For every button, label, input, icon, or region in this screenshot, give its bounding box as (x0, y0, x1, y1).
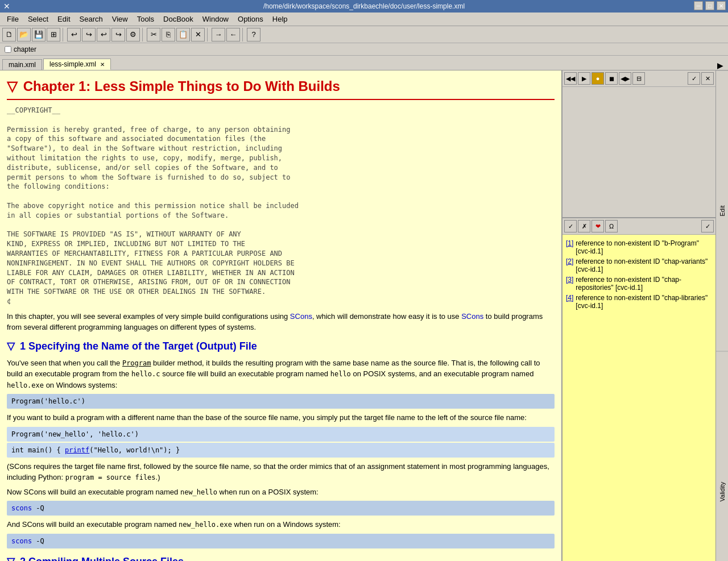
redo-button[interactable]: ↪ (82, 28, 96, 41)
macro-button[interactable]: ⚙ (126, 28, 140, 41)
menu-select[interactable]: Select (23, 14, 53, 24)
maximize-button[interactable]: □ (705, 1, 714, 10)
section2-collapse-arrow[interactable]: ▽ (7, 556, 15, 561)
redo2-button[interactable]: ↪ (111, 28, 125, 41)
copyright-line-12: KIND, EXPRESS OR IMPLIED, INCLUDING BUT … (7, 239, 555, 249)
menu-file[interactable]: File (2, 14, 23, 24)
copyright-line-10: in all copies or substantial portions of… (7, 211, 555, 221)
rt-btn-3[interactable]: ● (592, 72, 604, 85)
app-icon: ✕ (3, 2, 10, 11)
val-num-3[interactable]: [3] (566, 276, 573, 284)
val-check-btn[interactable]: ✓ (701, 220, 714, 232)
menu-docbook[interactable]: DocBook (159, 14, 198, 24)
val-text-3: reference to non-existent ID "chap-repos… (576, 276, 712, 292)
indent-button[interactable]: → (212, 28, 225, 41)
breadcrumb-bar: chapter (0, 43, 728, 56)
title-text: /home/dirk/workspace/scons_dirkbaechle/d… (263, 2, 465, 10)
val-num-4[interactable]: [4] (566, 294, 573, 302)
int-keyword: int (11, 446, 24, 454)
outdent-button[interactable]: ← (226, 28, 240, 41)
copyright-line-11: THE SOFTWARE IS PROVIDED "AS IS", WITHOU… (7, 230, 555, 239)
val-text-1: reference to non-existent ID "b-Program"… (576, 239, 712, 255)
menu-options[interactable]: Options (233, 14, 268, 24)
right-edit-area: ◀◀ ▶ ● ◼ ◀▶ ⊟ ✓ ✕ (562, 70, 715, 218)
copy-button[interactable]: ⎘ (162, 28, 175, 41)
rt-check-btn[interactable]: ✓ (688, 72, 700, 85)
validity-label: Validity (716, 351, 728, 562)
menu-help[interactable]: Help (268, 14, 292, 24)
content-area: ▽ Chapter 1: Less Simple Things to Do Wi… (0, 70, 728, 561)
val-item-1: [1] reference to non-existent ID "b-Prog… (566, 238, 712, 256)
val-text-2: reference to non-existent ID "chap-varia… (576, 257, 712, 273)
edit-label: Edit (716, 70, 728, 351)
right-panel: ◀◀ ▶ ● ◼ ◀▶ ⊟ ✓ ✕ ✓ ✗ ❤ Ω ✓ (562, 70, 715, 561)
validity-label-text: Validity (719, 481, 726, 501)
save-all-button[interactable]: ⊞ (47, 28, 60, 41)
close-button[interactable]: ✕ (717, 1, 726, 10)
breadcrumb-checkbox[interactable] (5, 46, 11, 53)
link-scons-1[interactable]: SCons (290, 312, 312, 321)
copyright-line-7: permit persons to whom the Software is f… (7, 173, 555, 182)
link-scons-2[interactable]: SCons (461, 312, 483, 321)
separator-4 (242, 28, 245, 41)
menu-tools[interactable]: Tools (133, 14, 159, 24)
help-button[interactable]: ? (247, 28, 260, 41)
copyright-line-1: __COPYRIGHT__ (7, 106, 555, 115)
chapter-title: ▽ Chapter 1: Less Simple Things to Do Wi… (7, 76, 555, 100)
val-num-1[interactable]: [1] (566, 239, 573, 247)
scons-q-2: -Q (36, 537, 44, 545)
rt-btn-5[interactable]: ◀▶ (619, 72, 631, 85)
copyright-line-4: "Software"), to deal in the Software wit… (7, 144, 555, 153)
val-btn-3[interactable]: ❤ (592, 220, 604, 232)
editor-pane[interactable]: ▽ Chapter 1: Less Simple Things to Do Wi… (0, 70, 562, 561)
code-block-4: scons -Q (7, 534, 555, 548)
tab-main-xml[interactable]: main.xml (2, 59, 42, 70)
chapter-collapse-arrow[interactable]: ▽ (7, 78, 17, 94)
scons-link-2[interactable]: scons (11, 537, 32, 545)
code-block-2b: int main() { printf("Hello, world!\n"); … (7, 443, 555, 458)
tab-less-simple-xml[interactable]: less-simple.xml ✕ (43, 59, 111, 70)
printf-link[interactable]: printf (65, 446, 89, 454)
rt-btn-4[interactable]: ◼ (605, 72, 618, 85)
tab-scroll-arrow[interactable]: ▶ (715, 61, 726, 70)
rt-btn-1[interactable]: ◀◀ (564, 72, 577, 85)
copyright-line-14: NONINFRINGEMENT. IN NO EVENT SHALL THE A… (7, 259, 555, 268)
tab-close-icon[interactable]: ✕ (100, 61, 105, 68)
undo2-button[interactable]: ↩ (97, 28, 110, 41)
val-num-2[interactable]: [2] (566, 257, 573, 265)
rt-btn-6[interactable]: ⊟ (632, 72, 645, 85)
section2-title: ▽ 2 Compiling Multiple Source Files (7, 554, 555, 561)
edit-label-text: Edit (719, 206, 726, 217)
minimize-button[interactable]: ─ (694, 1, 703, 10)
copyright-line-2: Permission is hereby granted, free of ch… (7, 125, 555, 135)
validation-toolbar: ✓ ✗ ❤ Ω ✓ (562, 218, 715, 235)
new-button[interactable]: 🗋 (2, 28, 16, 41)
val-btn-4[interactable]: Ω (605, 220, 618, 232)
menu-window[interactable]: Window (198, 14, 233, 24)
cut-button[interactable]: ✂ (147, 28, 160, 41)
menu-search[interactable]: Search (75, 14, 107, 24)
val-btn-1[interactable]: ✓ (564, 220, 577, 232)
scons-q-1: -Q (36, 504, 44, 512)
menu-edit[interactable]: Edit (53, 14, 75, 24)
menu-view[interactable]: View (107, 14, 133, 24)
copyright-line-3: a copy of this software and associated d… (7, 134, 555, 144)
paste-button[interactable]: 📋 (176, 28, 190, 41)
delete-button[interactable]: ✕ (191, 28, 205, 41)
rt-btn-2[interactable]: ▶ (578, 72, 590, 85)
code-block-1: Program('hello.c') (7, 394, 555, 409)
save-button[interactable]: 💾 (32, 28, 46, 41)
undo-button[interactable]: ↩ (67, 28, 81, 41)
open-button[interactable]: 📂 (17, 28, 31, 41)
program-link[interactable]: Program (122, 359, 151, 367)
rt-x-btn[interactable]: ✕ (701, 72, 714, 85)
section1-collapse-arrow[interactable]: ▽ (7, 340, 15, 352)
scons-link-1[interactable]: scons (11, 504, 32, 512)
section2-title-text: 2 Compiling Multiple Source Files (20, 556, 184, 561)
breadcrumb-label: chapter (14, 45, 36, 53)
val-btn-2[interactable]: ✗ (578, 220, 590, 232)
tab-main-xml-label: main.xml (9, 61, 36, 69)
section1-para1: You've seen that when you call the Progr… (7, 358, 555, 391)
tab-bar: main.xml less-simple.xml ✕ ▶ (0, 56, 728, 70)
separator-2 (142, 28, 144, 41)
